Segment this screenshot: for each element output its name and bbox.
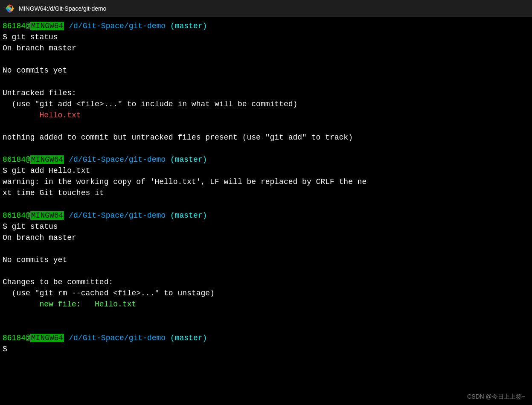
- terminal-line: No commits yet: [3, 254, 529, 265]
- terminal-line: [3, 54, 529, 65]
- terminal-line: On branch master: [3, 232, 529, 243]
- terminal-line: [3, 143, 529, 154]
- terminal-line: Hello.txt: [3, 110, 529, 121]
- terminal-line: warning: in the working copy of 'Hello.t…: [3, 176, 529, 187]
- terminal-line: Untracked files:: [3, 87, 529, 99]
- window-title: MINGW64:/d/Git-Space/git-demo: [19, 5, 106, 12]
- terminal-line: [3, 199, 529, 210]
- terminal-line: Changes to be committed:: [3, 277, 529, 288]
- terminal-line: new file: Hello.txt: [3, 299, 529, 310]
- watermark: CSDN @今日上上签~: [467, 393, 525, 401]
- terminal-line: (use "git rm --cached <file>..." to unst…: [3, 288, 529, 299]
- terminal-line: 86184@MINGW64 /d/Git-Space/git-demo (mas…: [3, 154, 529, 165]
- terminal-line: No commits yet: [3, 65, 529, 76]
- terminal-line: xt time Git touches it: [3, 187, 529, 198]
- terminal-line: [3, 121, 529, 132]
- terminal-line: $ git status: [3, 32, 529, 43]
- terminal-line: $ git status: [3, 221, 529, 232]
- terminal-line: $: [3, 344, 529, 355]
- terminal-line: 86184@MINGW64 /d/Git-Space/git-demo (mas…: [3, 20, 529, 32]
- terminal-line: (use "git add <file>..." to include in w…: [3, 99, 529, 110]
- terminal-line: [3, 321, 529, 332]
- terminal-body[interactable]: 86184@MINGW64 /d/Git-Space/git-demo (mas…: [0, 17, 532, 405]
- title-bar: MINGW64:/d/Git-Space/git-demo: [0, 0, 532, 17]
- app-icon: [5, 4, 15, 13]
- terminal-line: 86184@MINGW64 /d/Git-Space/git-demo (mas…: [3, 332, 529, 344]
- terminal-line: On branch master: [3, 43, 529, 54]
- terminal-line: [3, 243, 529, 254]
- terminal-line: nothing added to commit but untracked fi…: [3, 132, 529, 143]
- terminal-line: [3, 310, 529, 321]
- terminal-line: $ git add Hello.txt: [3, 165, 529, 176]
- terminal-line: [3, 76, 529, 87]
- terminal-line: [3, 265, 529, 277]
- terminal-line: 86184@MINGW64 /d/Git-Space/git-demo (mas…: [3, 210, 529, 221]
